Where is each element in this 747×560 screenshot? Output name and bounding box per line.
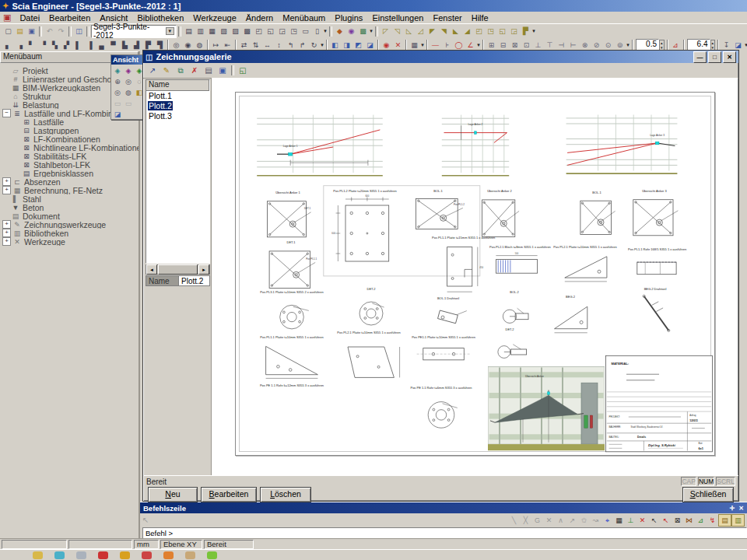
toolbar-icon[interactable]: ▄ (96, 40, 107, 51)
toolbar-icon[interactable]: ▘ (26, 40, 37, 51)
toolbar-icon[interactable]: ▯ (311, 26, 323, 37)
toolbar-icon[interactable]: ◣ (450, 26, 461, 37)
scroll-right-icon[interactable]: ► (198, 264, 209, 275)
sidebar-item-lf-kombinationen[interactable]: ⊠LF-Kombinationen (2, 135, 139, 143)
snap-icon[interactable]: ✕ (637, 515, 648, 526)
menu-item-hilfe[interactable]: Hilfe (467, 12, 493, 23)
snap-icon[interactable]: ⊿ (695, 515, 707, 526)
toolbar-overflow-caret-icon[interactable]: ▾ (323, 28, 328, 34)
toolbar-icon[interactable]: ▚ (49, 40, 61, 51)
toolbar-icon[interactable]: ◥ (438, 26, 450, 37)
snap-icon[interactable]: ╲ (508, 515, 520, 526)
toolbar-icon[interactable]: ▩ (357, 26, 369, 37)
toolbar-icon[interactable]: ▤ (183, 26, 195, 37)
snap-icon[interactable]: ↖ (648, 515, 660, 526)
toolbar-icon[interactable]: ⊚ (614, 40, 626, 51)
toolbar-icon[interactable]: ▨ (230, 26, 241, 37)
menu-item-einstellungen[interactable]: Einstellungen (367, 12, 428, 23)
undo-icon[interactable]: ↶ (44, 26, 55, 37)
toolbar-overflow-caret-icon[interactable]: ▾ (420, 42, 425, 48)
snap-icon[interactable]: ↝ (590, 515, 601, 526)
new-icon[interactable]: ▢ (2, 26, 14, 37)
toolbar-icon[interactable]: ↕ (273, 40, 285, 51)
toolbar-icon[interactable]: ⊣ (556, 40, 567, 51)
sidebar-item-bibliotheken[interactable]: +▥Bibliotheken (2, 229, 139, 237)
taskbar-app-icon[interactable] (98, 551, 108, 559)
taskbar-app-icon[interactable] (163, 551, 174, 559)
toolbar-icon[interactable]: ◤ (426, 26, 438, 37)
pin-icon[interactable]: ✛ (730, 505, 735, 512)
toolbar-icon[interactable]: ▙ (119, 40, 131, 51)
toolbar-icon[interactable]: ◿ (415, 26, 426, 37)
toolbar-icon[interactable]: ◉ (345, 26, 357, 37)
view-tool-icon[interactable]: ◎ (112, 87, 123, 97)
taskbar-app-icon[interactable] (33, 551, 43, 559)
toolbar-icon[interactable]: ⊿ (670, 40, 682, 51)
toolbar-icon[interactable]: ∠ (465, 40, 476, 51)
toolbar-icon[interactable]: ▜ (154, 40, 166, 51)
toolbar-icon[interactable]: ▥ (195, 26, 206, 37)
toolbar-overflow-caret-icon[interactable]: ▾ (320, 42, 324, 48)
plot-preview-canvas[interactable]: Lage Anker 1Lage Anker 2Lage Anker 3Über… (211, 78, 738, 475)
close-button[interactable]: ✕ (723, 51, 736, 63)
tree-expand-icon[interactable]: + (2, 229, 11, 237)
toolbar-icon[interactable]: ⊞ (486, 40, 497, 51)
toolbar-icon[interactable]: ▖ (2, 40, 14, 51)
sidebar-item-beton[interactable]: ▼Beton (2, 203, 139, 212)
edit-button[interactable]: Bearbeiten (201, 487, 257, 502)
close-gallery-button[interactable]: Schließen (682, 487, 734, 502)
snap-icon[interactable]: ↗ (566, 515, 578, 526)
snap-icon[interactable]: G (531, 515, 543, 526)
toolbar-icon[interactable]: ◢ (461, 26, 473, 37)
command-titlebar[interactable]: Befehlszeile ✛ ✕ (140, 502, 747, 513)
open-icon[interactable]: ▤ (14, 26, 26, 37)
property-name-value[interactable]: Plott.2 (179, 275, 210, 286)
toolbar-icon[interactable]: ▀ (107, 40, 119, 51)
toolbar-icon[interactable]: ▧ (218, 26, 230, 37)
menu-item-datei[interactable]: Datei (15, 12, 44, 23)
sidebar-item-berechnung-fe-netz[interactable]: +▦Berechnung, FE-Netz (2, 186, 139, 194)
view-tool-icon[interactable]: ◎ (123, 76, 134, 86)
toolbar-icon[interactable]: ▦ (206, 26, 218, 37)
toolbar-icon[interactable]: ◉ (381, 40, 392, 51)
toolbar-icon[interactable]: ↻ (308, 40, 320, 51)
toolbar-overflow-caret-icon[interactable]: ▾ (369, 28, 374, 34)
maximize-button[interactable]: □ (708, 51, 721, 63)
snap-icon[interactable]: ∧ (555, 515, 566, 526)
snap-icon[interactable]: ⊥ (625, 515, 637, 526)
os-taskbar[interactable] (0, 549, 747, 560)
scroll-left-icon[interactable]: ◄ (146, 264, 157, 275)
sidebar-item-werkzeuge[interactable]: +✕Werkzeuge (2, 237, 139, 246)
taskbar-app-icon[interactable] (76, 551, 86, 559)
list-item[interactable]: Plott.2 (146, 101, 209, 111)
snap-icon[interactable]: ▦ (613, 515, 625, 526)
toolbar-icon[interactable]: ✕ (392, 40, 404, 51)
toolbar-icon[interactable]: ⊘ (591, 40, 602, 51)
tree-expand-icon[interactable]: − (2, 109, 11, 117)
gallery-titlebar[interactable]: ◫ Zeichnungsgalerie — □ ✕ (143, 51, 738, 63)
preview-icon[interactable]: ◱ (236, 65, 250, 77)
menu-item-fenster[interactable]: Fenster (428, 12, 466, 23)
mdi-document-icon[interactable]: ▣ (3, 12, 11, 23)
copy-icon[interactable]: ⧉ (174, 65, 188, 77)
toolbar-icon[interactable]: ◯ (453, 40, 465, 51)
toolbar-icon[interactable]: ⇅ (250, 40, 261, 51)
toolbar-icon[interactable]: ⊡ (521, 40, 532, 51)
toolbar-icon[interactable]: ◨ (341, 40, 352, 51)
toolbar-icon[interactable]: ▟ (131, 40, 142, 51)
toolbar-icon[interactable]: ◱ (496, 26, 508, 37)
sidebar-item-absenzen[interactable]: +⊏Absenzen (2, 177, 139, 186)
toolbar-icon[interactable]: ⊙ (602, 40, 614, 51)
toolbar-icon[interactable]: ◳ (485, 26, 496, 37)
list-item[interactable]: Plott.3 (146, 111, 209, 121)
toolbar-icon[interactable]: ◪ (364, 40, 376, 51)
project-combo[interactable]: Segel-3-Punkte--2012▾ (91, 25, 177, 38)
value-spinner[interactable]: 0.5▴▾ (636, 39, 665, 51)
toolbar-icon[interactable]: ▦ (409, 40, 420, 51)
toolbar-icon[interactable]: ▐ (84, 40, 96, 51)
toolbar-icon[interactable]: ▛ (520, 26, 531, 37)
taskbar-app-icon[interactable] (120, 551, 130, 559)
sidebar-item-lastgruppen[interactable]: ⊟Lastgruppen (2, 126, 139, 135)
redo-icon[interactable]: ↷ (55, 26, 67, 37)
toolbar-icon[interactable]: ▛ (142, 40, 154, 51)
